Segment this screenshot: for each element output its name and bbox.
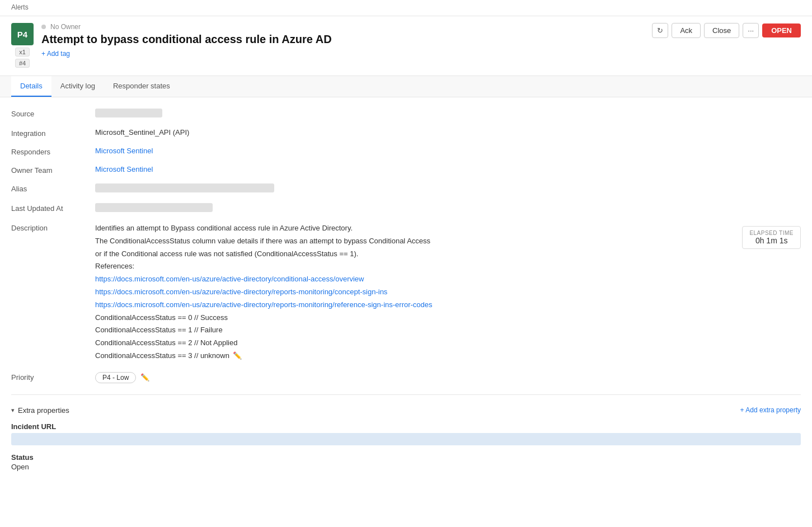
owner-team-value: Microsoft Sentinel <box>95 165 801 173</box>
more-button[interactable]: ··· <box>743 23 759 38</box>
incident-url-label: Incident URL <box>11 422 801 431</box>
integration-value: Microsoft_Sentinel_API (API) <box>95 128 801 137</box>
elapsed-value: 0h 1m 1s <box>749 236 794 245</box>
add-extra-property-button[interactable]: + Add extra property <box>740 406 801 414</box>
description-label: Description <box>11 223 84 232</box>
desc-line2: The ConditionalAccessStatus column value… <box>95 236 801 247</box>
section-divider <box>11 394 801 395</box>
tab-responder-states[interactable]: Responder states <box>104 76 179 97</box>
close-button[interactable]: Close <box>704 23 739 38</box>
desc-status2: ConditionalAccessStatus == 1 // Failure <box>95 324 801 336</box>
description-row: Description Identifies an attempt to Byp… <box>11 223 801 363</box>
alias-label: Alias <box>11 183 84 193</box>
source-label: Source <box>11 109 84 118</box>
responders-label: Responders <box>11 147 84 156</box>
extra-properties-toggle[interactable]: ▾ Extra properties <box>11 406 69 415</box>
desc-status1: ConditionalAccessStatus == 0 // Success <box>95 312 801 324</box>
chevron-down-icon: ▾ <box>11 407 15 414</box>
edit-description-icon[interactable]: ✏️ <box>233 350 242 362</box>
priority-badge: P4 <box>11 23 34 45</box>
incident-url-value <box>11 433 801 445</box>
tab-bar: Details Activity log Responder states <box>0 76 812 97</box>
source-value <box>95 109 801 119</box>
priority-value: P4 - Low ✏️ <box>95 372 801 383</box>
owner-team-label: Owner Team <box>11 165 84 175</box>
last-updated-row: Last Updated At <box>11 203 801 214</box>
desc-link1[interactable]: https://docs.microsoft.com/en-us/azure/a… <box>95 275 364 283</box>
integration-label: Integration <box>11 128 84 138</box>
open-button[interactable]: OPEN <box>762 23 801 37</box>
desc-link2[interactable]: https://docs.microsoft.com/en-us/azure/a… <box>95 288 387 296</box>
count-badge: x1 <box>15 48 30 57</box>
elapsed-time-box: ELAPSED TIME 0h 1m 1s <box>742 226 801 249</box>
owner-team-link[interactable]: Microsoft Sentinel <box>95 165 153 173</box>
desc-line4: References: <box>95 261 801 272</box>
id-badge: #4 <box>15 59 30 68</box>
desc-status4: ConditionalAccessStatus == 3 // unknown <box>95 350 229 362</box>
alert-title: Attempt to bypass conditional access rul… <box>41 33 644 46</box>
priority-label: Priority <box>11 372 84 382</box>
alias-blurred <box>95 183 274 192</box>
owner-dot <box>41 25 46 29</box>
desc-line3: or if the Conditional access rule was no… <box>95 248 801 260</box>
desc-status3: ConditionalAccessStatus == 2 // Not Appl… <box>95 337 801 349</box>
ack-button[interactable]: Ack <box>672 23 701 38</box>
alias-value <box>95 183 801 194</box>
desc-link3[interactable]: https://docs.microsoft.com/en-us/azure/a… <box>95 300 433 309</box>
status-section: Status Open <box>11 453 801 471</box>
extra-properties-header: ▾ Extra properties + Add extra property <box>11 406 801 415</box>
integration-row: Integration Microsoft_Sentinel_API (API) <box>11 128 801 138</box>
alias-row: Alias <box>11 183 801 194</box>
alert-owner: No Owner <box>50 23 81 31</box>
priority-tag: P4 - Low <box>95 372 136 383</box>
last-updated-value <box>95 203 801 214</box>
responders-row: Responders Microsoft Sentinel <box>11 147 801 156</box>
refresh-button[interactable]: ↻ <box>652 23 668 38</box>
tab-activity-log[interactable]: Activity log <box>51 76 104 97</box>
status-value: Open <box>11 463 801 471</box>
tab-details[interactable]: Details <box>11 76 51 97</box>
extra-properties-title: Extra properties <box>18 406 69 415</box>
status-label: Status <box>11 453 801 462</box>
source-row: Source <box>11 109 801 119</box>
edit-priority-icon[interactable]: ✏️ <box>140 373 149 382</box>
responders-link[interactable]: Microsoft Sentinel <box>95 147 153 155</box>
add-tag-button[interactable]: + Add tag <box>41 50 70 58</box>
incident-url-section: Incident URL <box>11 422 801 445</box>
elapsed-label: ELAPSED TIME <box>749 230 794 236</box>
responders-value: Microsoft Sentinel <box>95 147 801 155</box>
breadcrumb: Alerts <box>11 3 801 11</box>
priority-row: Priority P4 - Low ✏️ <box>11 372 801 383</box>
desc-line1: Identifies an attempt to Bypass conditio… <box>95 223 801 234</box>
last-updated-blurred <box>95 203 213 212</box>
last-updated-label: Last Updated At <box>11 203 84 213</box>
source-blurred <box>95 109 162 117</box>
owner-team-row: Owner Team Microsoft Sentinel <box>11 165 801 175</box>
description-value: Identifies an attempt to Bypass conditio… <box>95 223 801 363</box>
